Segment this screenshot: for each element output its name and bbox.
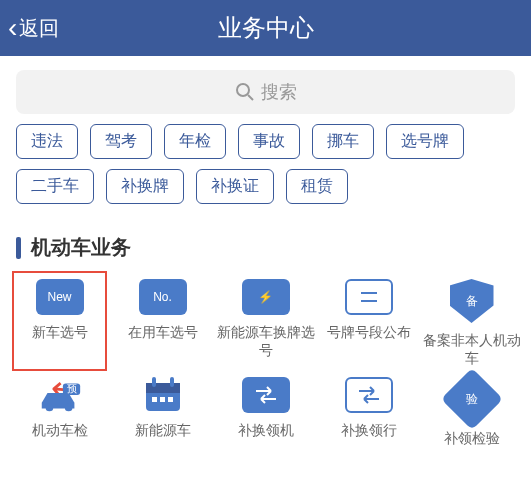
section-title-vehicle: 机动车业务 — [0, 220, 531, 269]
svg-rect-9 — [146, 383, 180, 393]
tag-list: 违法 驾考 年检 事故 挪车 选号牌 二手车 补换牌 补换证 租赁 — [0, 124, 531, 220]
item-label: 新能源车换牌选号 — [214, 323, 317, 359]
search-input[interactable]: 搜索 — [16, 70, 515, 114]
svg-rect-12 — [152, 397, 157, 402]
svg-rect-13 — [160, 397, 165, 402]
search-wrap: 搜索 — [0, 56, 531, 124]
swap-cert-icon — [345, 377, 393, 413]
tag-rental[interactable]: 租赁 — [286, 169, 348, 204]
svg-rect-11 — [170, 377, 174, 387]
service-replace-reg[interactable]: 补换领机 — [214, 377, 317, 447]
item-label: 在用车选号 — [128, 323, 198, 341]
tag-move-car[interactable]: 挪车 — [312, 124, 374, 159]
service-nev[interactable]: 新能源车 — [111, 377, 214, 447]
tag-violation[interactable]: 违法 — [16, 124, 78, 159]
service-replace-license[interactable]: 补换领行 — [317, 377, 420, 447]
search-icon — [235, 82, 255, 102]
item-label: 补领检验 — [444, 429, 500, 447]
new-plate-icon: New — [36, 279, 84, 315]
svg-point-5 — [64, 404, 72, 412]
used-plate-icon: No. — [139, 279, 187, 315]
tag-replace-plate[interactable]: 补换牌 — [106, 169, 184, 204]
title-bar-icon — [16, 237, 21, 259]
tag-accident[interactable]: 事故 — [238, 124, 300, 159]
page-title: 业务中心 — [218, 12, 314, 44]
tag-plate-select[interactable]: 选号牌 — [386, 124, 464, 159]
service-used-car-plate[interactable]: No. 在用车选号 — [111, 279, 214, 367]
search-placeholder: 搜索 — [261, 80, 297, 104]
svg-rect-14 — [168, 397, 173, 402]
diamond-icon: 验 — [440, 368, 502, 430]
back-chevron-icon: ‹ — [8, 12, 17, 44]
back-button[interactable]: ‹ 返回 — [0, 12, 59, 44]
service-nev-plate[interactable]: ⚡ 新能源车换牌选号 — [214, 279, 317, 367]
calendar-icon — [139, 377, 187, 413]
svg-rect-10 — [152, 377, 156, 387]
plate-range-icon — [345, 279, 393, 315]
back-label: 返回 — [19, 15, 59, 42]
item-label: 新车选号 — [32, 323, 88, 341]
nev-plate-icon: ⚡ — [242, 279, 290, 315]
item-label: 补换领行 — [341, 421, 397, 439]
tag-inspection[interactable]: 年检 — [164, 124, 226, 159]
swap-plate-icon — [242, 377, 290, 413]
svg-text:预: 预 — [66, 383, 76, 394]
item-label: 备案非本人机动车 — [420, 331, 523, 367]
app-header: ‹ 返回 业务中心 — [0, 0, 531, 56]
car-check-icon: 预 — [36, 377, 84, 413]
service-register-other[interactable]: 备 备案非本人机动车 — [420, 279, 523, 367]
svg-point-4 — [45, 404, 53, 412]
item-label: 补换领机 — [238, 421, 294, 439]
svg-point-0 — [237, 84, 249, 96]
section-title-text: 机动车业务 — [31, 234, 131, 261]
tag-used-car[interactable]: 二手车 — [16, 169, 94, 204]
service-plate-range[interactable]: 号牌号段公布 — [317, 279, 420, 367]
shield-icon: 备 — [450, 279, 494, 323]
item-label: 机动车检 — [32, 421, 88, 439]
service-inspection-cert[interactable]: 验 补领检验 — [420, 377, 523, 447]
service-new-car-plate[interactable]: New 新车选号 ↖ — [8, 279, 111, 367]
service-grid: New 新车选号 ↖ No. 在用车选号 ⚡ 新能源车换牌选号 号牌号段公布 备… — [0, 269, 531, 458]
svg-line-1 — [248, 95, 253, 100]
tag-replace-cert[interactable]: 补换证 — [196, 169, 274, 204]
service-vehicle-check[interactable]: 预 机动车检 — [8, 377, 111, 447]
tag-driving-exam[interactable]: 驾考 — [90, 124, 152, 159]
item-label: 号牌号段公布 — [327, 323, 411, 341]
item-label: 新能源车 — [135, 421, 191, 439]
